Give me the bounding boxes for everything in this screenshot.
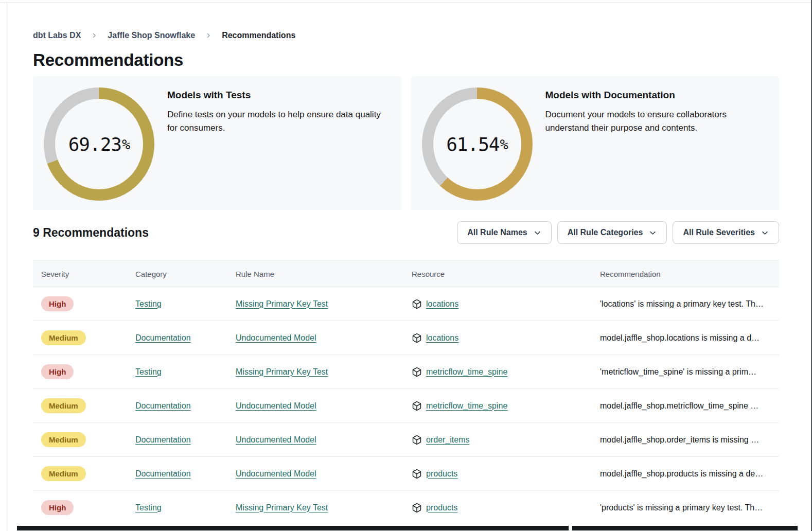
- table-row: MediumDocumentationUndocumented Modelmet…: [33, 388, 779, 422]
- recommendation-text: model.jaffle_shop.locations is missing a…: [600, 333, 779, 343]
- column-header-category: Category: [127, 270, 227, 278]
- card-description: Define tests on your models to help ensu…: [167, 108, 391, 135]
- table-row: HighTestingMissing Primary Key Testlocat…: [33, 287, 779, 321]
- column-header-severity: Severity: [33, 270, 127, 278]
- rule-name-link[interactable]: Missing Primary Key Test: [236, 367, 328, 376]
- category-link[interactable]: Documentation: [135, 333, 191, 342]
- recommendation-text: model.jaffle_shop.order_items is missing…: [600, 435, 779, 445]
- cube-icon: [412, 435, 422, 445]
- resource-link[interactable]: order_items: [426, 435, 469, 445]
- table-row: HighTestingMissing Primary Key Testmetri…: [33, 355, 779, 388]
- cube-icon: [412, 503, 422, 513]
- table-header: Severity Category Rule Name Resource Rec…: [33, 261, 779, 287]
- clipped-content-bar: [17, 526, 569, 530]
- category-link[interactable]: Documentation: [135, 401, 191, 410]
- card-description: Document your models to ensure collabora…: [545, 108, 737, 135]
- recommendation-text: model.jaffle_shop.products is missing a …: [600, 469, 779, 479]
- filter-rule-names[interactable]: All Rule Names: [457, 221, 551, 244]
- chevron-right-icon: [205, 32, 211, 39]
- breadcrumb-item-project[interactable]: Jaffle Shop Snowflake: [108, 31, 195, 40]
- severity-badge: Medium: [41, 432, 86, 447]
- resource-link[interactable]: products: [426, 469, 457, 479]
- metric-cards: 69.23% Models with Tests Define tests on…: [33, 76, 779, 210]
- page-title: Recommendations: [33, 50, 779, 70]
- breadcrumb-item-current: Recommendations: [222, 31, 295, 40]
- donut-chart: 61.54%: [422, 87, 533, 201]
- cube-icon: [412, 401, 422, 411]
- card-title: Models with Tests: [167, 90, 391, 101]
- table-body: HighTestingMissing Primary Key Testlocat…: [33, 287, 779, 524]
- resource-link[interactable]: locations: [426, 299, 458, 309]
- chevron-down-icon: [534, 229, 541, 237]
- chevron-right-icon: [91, 32, 97, 39]
- severity-badge: Medium: [41, 398, 86, 413]
- recommendation-text: 'locations' is missing a primary key tes…: [600, 299, 779, 309]
- column-header-resource: Resource: [403, 270, 592, 278]
- cube-icon: [412, 469, 422, 479]
- resource-link[interactable]: metricflow_time_spine: [426, 367, 507, 377]
- main-content: dbt Labs DX Jaffle Shop Snowflake Recomm…: [33, 0, 779, 524]
- frame-border-left: [7, 3, 7, 531]
- donut-percent-label: 61.54%: [422, 87, 533, 201]
- severity-badge: High: [41, 500, 74, 515]
- filter-bar: All Rule Names All Rule Categories All R…: [457, 221, 779, 244]
- chevron-down-icon: [761, 229, 769, 237]
- recommendation-text: 'products' is missing a primary key test…: [600, 503, 779, 512]
- metric-card-tests: 69.23% Models with Tests Define tests on…: [33, 76, 401, 210]
- column-header-recommendation: Recommendation: [592, 270, 779, 278]
- table-row: MediumDocumentationUndocumented Modelord…: [33, 422, 779, 456]
- filter-rule-severities[interactable]: All Rule Severities: [673, 221, 779, 244]
- filter-rule-categories[interactable]: All Rule Categories: [557, 221, 667, 244]
- category-link[interactable]: Testing: [135, 299, 162, 308]
- cube-icon: [412, 333, 422, 343]
- donut-chart: 69.23%: [44, 87, 154, 201]
- cube-icon: [412, 367, 422, 377]
- resource-link[interactable]: metricflow_time_spine: [426, 401, 507, 411]
- recommendation-text: model.jaffle_shop.metricflow_time_spine …: [600, 401, 779, 411]
- donut-percent-label: 69.23%: [44, 87, 154, 201]
- category-link[interactable]: Documentation: [135, 469, 191, 478]
- resource-link[interactable]: products: [426, 503, 457, 512]
- rule-name-link[interactable]: Undocumented Model: [236, 401, 316, 410]
- rule-name-link[interactable]: Undocumented Model: [236, 333, 316, 342]
- rule-name-link[interactable]: Undocumented Model: [236, 435, 316, 444]
- severity-badge: High: [41, 364, 74, 379]
- column-header-rule-name: Rule Name: [227, 270, 403, 278]
- table-row: MediumDocumentationUndocumented Modelloc…: [33, 321, 779, 355]
- table-row: HighTestingMissing Primary Key Testprodu…: [33, 490, 779, 524]
- category-link[interactable]: Testing: [135, 367, 162, 376]
- category-link[interactable]: Documentation: [135, 435, 191, 444]
- rule-name-link[interactable]: Missing Primary Key Test: [236, 299, 328, 308]
- breadcrumb: dbt Labs DX Jaffle Shop Snowflake Recomm…: [33, 31, 779, 40]
- chevron-down-icon: [649, 229, 657, 237]
- rule-name-link[interactable]: Missing Primary Key Test: [236, 503, 328, 512]
- breadcrumb-item-account[interactable]: dbt Labs DX: [33, 31, 81, 40]
- severity-badge: Medium: [41, 466, 86, 481]
- recommendation-text: 'metricflow_time_spine' is missing a pri…: [600, 367, 779, 377]
- clipped-content-bar: [572, 526, 798, 530]
- severity-badge: Medium: [41, 330, 86, 345]
- category-link[interactable]: Testing: [135, 503, 162, 512]
- cube-icon: [412, 299, 422, 309]
- rule-name-link[interactable]: Undocumented Model: [236, 469, 316, 478]
- recommendations-count-heading: 9 Recommendations: [33, 226, 149, 240]
- severity-badge: High: [41, 296, 74, 311]
- metric-card-documentation: 61.54% Models with Documentation Documen…: [411, 76, 780, 210]
- resource-link[interactable]: locations: [426, 333, 458, 343]
- recommendations-table: Severity Category Rule Name Resource Rec…: [33, 260, 779, 524]
- table-row: MediumDocumentationUndocumented Modelpro…: [33, 456, 779, 490]
- card-title: Models with Documentation: [545, 90, 769, 101]
